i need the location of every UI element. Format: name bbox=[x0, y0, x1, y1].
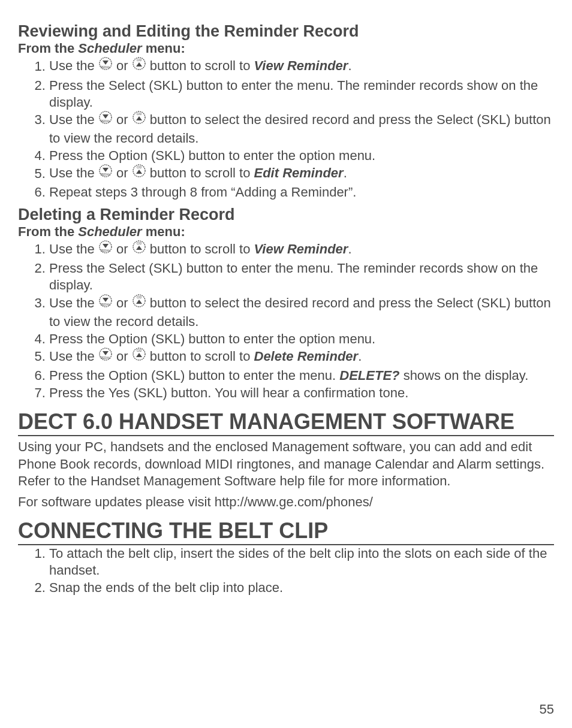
text-bold-italic: Delete Reminder bbox=[254, 349, 359, 364]
text-bold-italic: View Reminder bbox=[254, 241, 348, 256]
page-number: 55 bbox=[540, 702, 554, 717]
text: . bbox=[348, 59, 351, 74]
text: menu: bbox=[142, 41, 185, 56]
list-item: Repeat steps 3 through 8 from “Adding a … bbox=[49, 184, 554, 201]
list-item: Use the or button to scroll to Delete Re… bbox=[49, 348, 554, 367]
down-arrow-icon bbox=[98, 240, 113, 258]
down-arrow-icon bbox=[98, 110, 113, 129]
text-em: Scheduler bbox=[78, 41, 142, 56]
paragraph: Using your PC, handsets and the enclosed… bbox=[18, 439, 554, 490]
list-item: Use the or button to scroll to View Remi… bbox=[49, 241, 554, 259]
list-reviewing: Use the or button to scroll to View Remi… bbox=[18, 58, 554, 201]
text-em: Scheduler bbox=[78, 224, 142, 239]
text-bold-italic: View Reminder bbox=[254, 59, 348, 74]
text: Use the bbox=[49, 112, 98, 127]
section-title-beltclip: CONNECTING THE BELT CLIP bbox=[18, 519, 554, 545]
section-title-deleting: Deleting a Reminder Record bbox=[18, 205, 554, 224]
list-item: Use the or button to scroll to View Remi… bbox=[49, 58, 554, 76]
list-beltclip: To attach the belt clip, insert the side… bbox=[18, 545, 554, 596]
text: . bbox=[344, 166, 347, 181]
text: or bbox=[113, 112, 132, 127]
text: button to scroll to bbox=[146, 241, 254, 256]
up-arrow-icon bbox=[132, 294, 146, 312]
subhead-scheduler-2: From the Scheduler menu: bbox=[18, 224, 554, 240]
text: shows on the display. bbox=[400, 368, 529, 383]
text: button to scroll to bbox=[146, 59, 254, 74]
list-item: Press the Option (SKL) button to enter t… bbox=[49, 147, 554, 164]
text: or bbox=[113, 166, 132, 181]
up-arrow-icon bbox=[132, 110, 146, 129]
text: Press the Option (SKL) button to enter t… bbox=[49, 368, 339, 383]
text: or bbox=[113, 349, 132, 364]
text: button to scroll to bbox=[146, 166, 254, 181]
text: . bbox=[358, 349, 362, 364]
list-item: Press the Option (SKL) button to enter t… bbox=[49, 331, 554, 348]
down-arrow-icon bbox=[98, 56, 113, 75]
up-arrow-icon bbox=[132, 347, 146, 365]
down-arrow-icon bbox=[98, 294, 113, 312]
text: From the bbox=[18, 41, 78, 56]
list-item: Use the or button to select the desired … bbox=[49, 111, 554, 147]
list-item: Press the Option (SKL) button to enter t… bbox=[49, 367, 554, 384]
subhead-scheduler-1: From the Scheduler menu: bbox=[18, 41, 554, 56]
text: From the bbox=[18, 224, 78, 239]
list-item: Use the or button to scroll to Edit Remi… bbox=[49, 165, 554, 183]
text: Use the bbox=[49, 349, 98, 364]
paragraph: For software updates please visit http:/… bbox=[18, 494, 554, 511]
text: or bbox=[113, 241, 132, 256]
section-title-reviewing: Reviewing and Editing the Reminder Recor… bbox=[18, 22, 554, 41]
text: or bbox=[113, 295, 132, 310]
list-item: To attach the belt clip, insert the side… bbox=[49, 545, 554, 579]
text: . bbox=[348, 241, 351, 256]
list-item: Use the or button to select the desired … bbox=[49, 295, 554, 330]
list-item: Press the Select (SKL) button to enter t… bbox=[49, 77, 554, 111]
list-deleting: Use the or button to scroll to View Remi… bbox=[18, 241, 554, 401]
list-item: Press the Yes (SKL) button. You will hea… bbox=[49, 385, 554, 401]
section-title-dect: DECT 6.0 HANDSET MANAGEMENT SOFTWARE bbox=[18, 410, 554, 436]
up-arrow-icon bbox=[132, 164, 146, 182]
text: Use the bbox=[49, 166, 98, 181]
text-bold-italic: DELETE? bbox=[339, 368, 399, 383]
text: or bbox=[113, 59, 132, 74]
text: Use the bbox=[49, 241, 98, 256]
text: Use the bbox=[49, 59, 98, 74]
list-item: Press the Select (SKL) button to enter t… bbox=[49, 260, 554, 294]
text: Use the bbox=[49, 295, 98, 310]
down-arrow-icon bbox=[98, 347, 113, 365]
list-item: Snap the ends of the belt clip into plac… bbox=[49, 579, 554, 596]
text-bold-italic: Edit Reminder bbox=[254, 166, 344, 181]
text: menu: bbox=[142, 224, 185, 239]
down-arrow-icon bbox=[98, 164, 113, 182]
up-arrow-icon bbox=[132, 56, 146, 75]
text: button to scroll to bbox=[146, 349, 254, 364]
up-arrow-icon bbox=[132, 240, 146, 258]
